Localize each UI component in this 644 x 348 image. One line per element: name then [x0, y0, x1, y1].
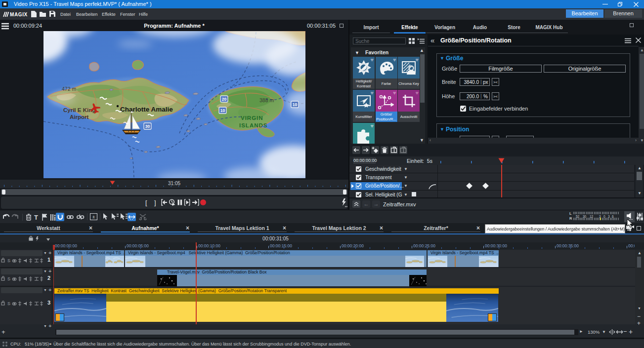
- svg-text:S: S: [7, 276, 10, 281]
- svg-text:S: S: [7, 258, 10, 263]
- svg-text:Airport: Airport: [70, 114, 89, 120]
- svg-text:20: 20: [222, 97, 227, 102]
- svg-text:Cyril E King: Cyril E King: [63, 107, 95, 113]
- svg-text:VIRGIN: VIRGIN: [241, 115, 263, 121]
- svg-text:30: 30: [145, 124, 150, 129]
- svg-text:T: T: [34, 214, 38, 221]
- svg-text:S: S: [7, 301, 10, 306]
- svg-text:Charlotte Amalie: Charlotte Amalie: [120, 106, 173, 113]
- svg-text:388 m: 388 m: [259, 97, 274, 103]
- svg-text:ISLANDS: ISLANDS: [239, 122, 267, 128]
- svg-text:10: 10: [293, 102, 298, 107]
- svg-text:10: 10: [220, 108, 225, 113]
- svg-text:472 m: 472 m: [62, 86, 76, 92]
